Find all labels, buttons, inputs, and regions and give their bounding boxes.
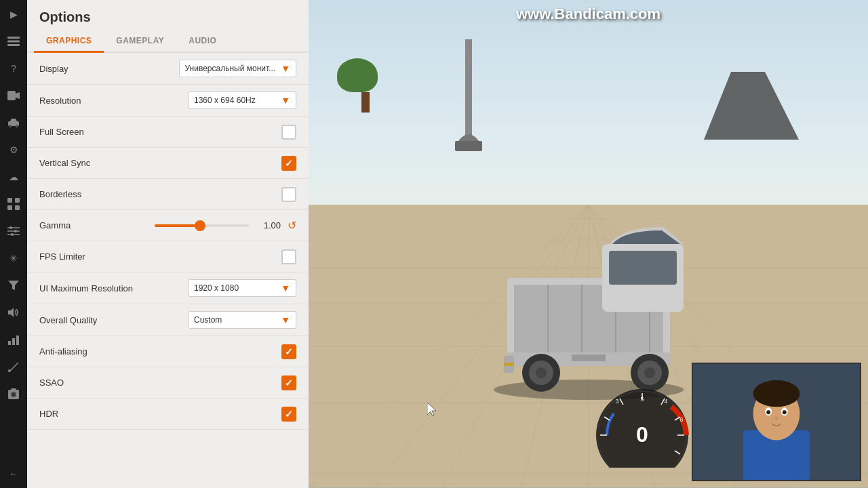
hdr-control — [281, 407, 296, 422]
overall-quality-control: Custom ▼ — [188, 311, 296, 329]
svg-rect-19 — [8, 341, 11, 345]
options-panel: Options GRAPHICS GAMEPLAY AUDIO Display … — [27, 0, 309, 488]
ui-max-res-dropdown-arrow: ▼ — [281, 283, 290, 293]
car-icon[interactable] — [6, 115, 21, 130]
display-control: Универсальный монит... ▼ — [179, 60, 297, 77]
fps-limiter-label: FPS Limiter — [39, 251, 85, 262]
brush-icon[interactable] — [6, 359, 21, 374]
video-icon[interactable] — [6, 88, 21, 103]
question-icon[interactable]: ? — [6, 61, 21, 76]
sliders-icon[interactable] — [6, 224, 21, 239]
svg-marker-42 — [704, 72, 799, 140]
layers-icon[interactable] — [6, 34, 21, 49]
borderless-control — [281, 187, 296, 202]
watermark-text: www.Bandicam.com — [516, 5, 660, 23]
tab-graphics[interactable]: GRAPHICS — [34, 30, 104, 53]
gamma-slider-thumb[interactable] — [195, 220, 205, 231]
svg-rect-1 — [7, 41, 20, 43]
vertical-sync-checkbox[interactable] — [281, 156, 296, 171]
svg-rect-20 — [12, 338, 15, 345]
svg-rect-53 — [609, 251, 677, 285]
svg-rect-11 — [15, 205, 20, 210]
resolution-dropdown[interactable]: 1360 x 694 60Hz ▼ — [188, 92, 296, 109]
svg-text:6: 6 — [679, 416, 683, 423]
svg-text:5: 5 — [640, 396, 644, 403]
antialiasing-label: Anti-aliasing — [39, 346, 87, 357]
asterisk-icon[interactable]: ✳ — [6, 251, 21, 266]
antialiasing-control — [281, 344, 296, 359]
play-icon[interactable]: ▶ — [6, 7, 21, 22]
fullscreen-checkbox[interactable] — [281, 125, 296, 140]
tree-foliage — [337, 58, 378, 92]
antialiasing-setting: Anti-aliasing — [27, 336, 309, 367]
gamma-label: Gamma — [39, 220, 71, 230]
borderless-checkbox[interactable] — [281, 187, 296, 202]
svg-point-16 — [14, 230, 17, 232]
ssao-checkbox[interactable] — [281, 375, 296, 390]
vertical-sync-control — [281, 156, 296, 171]
gamma-value: 1.00 — [256, 220, 281, 230]
svg-rect-8 — [7, 198, 12, 203]
filter-icon[interactable] — [6, 278, 21, 293]
svg-point-61 — [644, 367, 655, 378]
grid-icon[interactable] — [6, 197, 21, 211]
svg-rect-55 — [572, 354, 606, 361]
overall-quality-dropdown[interactable]: Custom ▼ — [188, 311, 296, 329]
tabs: GRAPHICS GAMEPLAY AUDIO — [27, 30, 309, 53]
settings-icon[interactable]: ⚙ — [6, 142, 21, 157]
svg-text:0: 0 — [636, 422, 648, 447]
ui-max-res-control: 1920 x 1080 ▼ — [188, 279, 296, 297]
svg-marker-4 — [16, 92, 20, 99]
tab-gameplay[interactable]: GAMEPLAY — [104, 30, 176, 53]
svg-point-86 — [766, 410, 770, 414]
gamma-slider-fill — [155, 224, 200, 227]
svg-rect-9 — [15, 198, 20, 203]
display-dropdown[interactable]: Универсальный монит... ▼ — [179, 60, 297, 77]
borderless-setting: Borderless — [27, 179, 309, 210]
ui-max-res-label: UI Maximum Resolution — [39, 283, 133, 293]
fps-limiter-checkbox[interactable] — [281, 249, 296, 264]
svg-point-58 — [536, 367, 547, 378]
options-title: Options — [27, 0, 309, 30]
tree-trunk — [361, 92, 370, 113]
svg-rect-3 — [7, 91, 16, 100]
camera-icon[interactable] — [6, 386, 21, 401]
ssao-setting: SSAO — [27, 367, 309, 399]
display-setting: Display Универсальный монит... ▼ — [27, 53, 309, 85]
back-icon[interactable]: ← — [6, 466, 21, 481]
tab-audio[interactable]: AUDIO — [176, 30, 229, 53]
webcam-overlay — [692, 363, 861, 481]
hdr-setting: HDR — [27, 399, 309, 430]
svg-text:4: 4 — [664, 398, 667, 405]
truck-vehicle — [467, 210, 711, 400]
fps-limiter-setting: FPS Limiter — [27, 241, 309, 272]
background-structure — [677, 58, 812, 140]
resolution-setting: Resolution 1360 x 694 60Hz ▼ — [27, 85, 309, 117]
cloud-icon[interactable]: ☁ — [6, 169, 21, 184]
resolution-dropdown-arrow: ▼ — [281, 95, 290, 106]
overall-quality-dropdown-arrow: ▼ — [281, 314, 290, 325]
tree-element — [353, 58, 378, 113]
chart-icon[interactable] — [6, 332, 21, 347]
svg-point-24 — [12, 393, 16, 396]
fullscreen-label: Full Screen — [39, 127, 84, 137]
resolution-control: 1360 x 694 60Hz ▼ — [188, 92, 296, 109]
antialiasing-checkbox[interactable] — [281, 344, 296, 359]
gamma-slider[interactable] — [155, 224, 250, 227]
overall-quality-label: Overall Quality — [39, 315, 97, 325]
svg-text:3: 3 — [615, 398, 618, 405]
fullscreen-control — [281, 125, 296, 140]
svg-point-83 — [753, 380, 800, 407]
mouse-cursor — [427, 403, 438, 420]
vertical-sync-setting: Vertical Sync — [27, 148, 309, 179]
hdr-checkbox[interactable] — [281, 407, 296, 422]
volume-icon[interactable] — [6, 305, 21, 320]
vertical-sync-label: Vertical Sync — [39, 158, 90, 168]
svg-point-17 — [11, 233, 14, 236]
webcam-feed — [693, 364, 860, 480]
ui-max-res-dropdown[interactable]: 1920 x 1080 ▼ — [188, 279, 296, 297]
gamma-control: 1.00 ↺ — [155, 219, 296, 232]
gamma-reset-button[interactable]: ↺ — [288, 219, 296, 232]
ssao-control — [281, 375, 296, 390]
gamma-setting: Gamma 1.00 ↺ — [27, 210, 309, 241]
